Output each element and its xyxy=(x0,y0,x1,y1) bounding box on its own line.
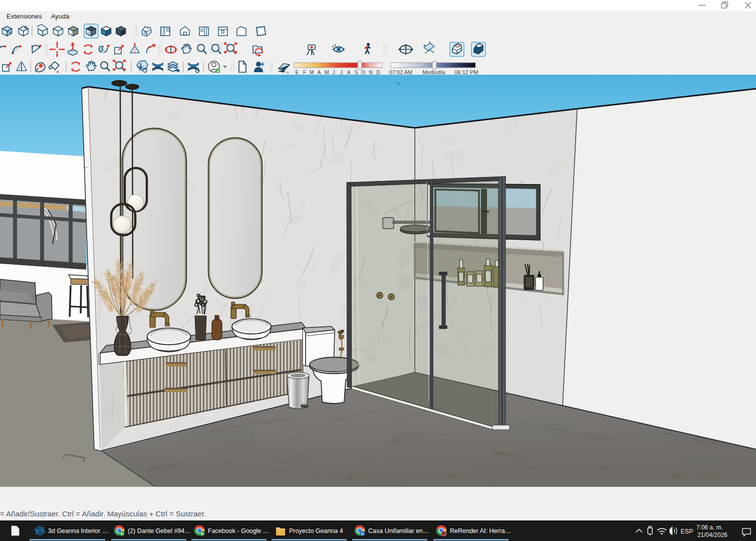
svg-text:M: M xyxy=(325,69,329,75)
svg-text:h: h xyxy=(121,531,123,536)
svg-text:c: c xyxy=(361,531,364,536)
svg-text:D: D xyxy=(376,69,380,75)
svg-text:A: A xyxy=(317,69,321,75)
svg-text:h: h xyxy=(201,531,203,536)
svg-text:07:02 AM: 07:02 AM xyxy=(389,69,412,75)
svg-text:21/04/2026: 21/04/2026 xyxy=(697,531,727,538)
svg-text:J: J xyxy=(340,69,342,75)
svg-text:ESP: ESP xyxy=(680,528,693,535)
svg-text:O: O xyxy=(361,69,365,75)
svg-text:Mediodía: Mediodía xyxy=(422,69,445,75)
svg-text:S: S xyxy=(354,69,358,75)
svg-text:C: C xyxy=(405,45,407,49)
svg-text:F: F xyxy=(303,69,306,75)
svg-text:A: A xyxy=(347,69,350,75)
svg-text:06:12 PM: 06:12 PM xyxy=(454,69,478,75)
svg-text:7:06 a. m.: 7:06 a. m. xyxy=(696,524,723,531)
svg-text:M: M xyxy=(310,69,314,75)
svg-text:J: J xyxy=(332,69,335,75)
svg-text:N: N xyxy=(369,69,373,75)
svg-text:E: E xyxy=(295,69,299,75)
